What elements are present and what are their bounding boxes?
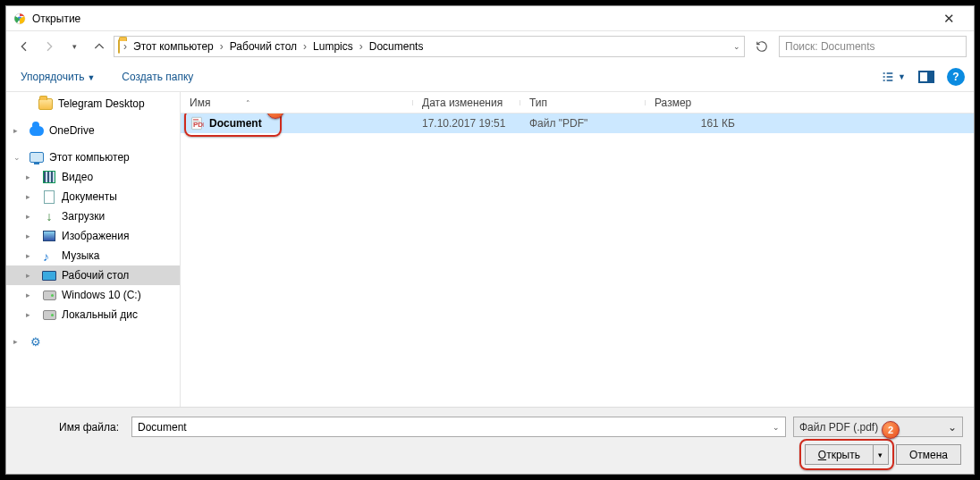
tree-item-onedrive[interactable]: ▸OneDrive — [6, 121, 180, 140]
open-button-group: Открыть ▾ 2 — [805, 444, 889, 465]
chrome-icon — [13, 13, 26, 25]
chevron-right-icon: › — [218, 40, 225, 53]
column-date[interactable]: Дата изменения — [413, 97, 520, 109]
file-type: Файл "PDF" — [520, 117, 646, 130]
search-placeholder: Поиск: Documents — [785, 40, 875, 53]
forward-button[interactable] — [38, 36, 60, 57]
pdf-file-icon: PDF — [190, 116, 204, 131]
new-folder-button[interactable]: Создать папку — [116, 67, 199, 87]
dialog-body: Telegram Desktop ▸OneDrive ⌄Этот компьют… — [6, 92, 974, 407]
svg-text:PDF: PDF — [193, 121, 204, 129]
recent-dropdown[interactable]: ▾ — [63, 36, 85, 57]
filetype-filter[interactable]: Файл PDF (.pdf) ⌄ — [793, 417, 963, 437]
open-file-dialog: { "titlebar": { "title": "Открытие" }, "… — [5, 5, 975, 475]
column-size[interactable]: Размер — [646, 97, 744, 109]
open-button-dropdown[interactable]: ▾ — [873, 444, 889, 465]
breadcrumb-bar[interactable]: › Этот компьютер › Рабочий стол › Lumpic… — [114, 36, 745, 57]
filter-dropdown-icon: ⌄ — [948, 421, 957, 434]
title-bar: Открытие ✕ — [6, 6, 974, 31]
tree-item-pictures[interactable]: ▸Изображения — [6, 226, 180, 246]
crumb-lumpics[interactable]: Lumpics — [310, 40, 356, 53]
chevron-right-icon: › — [358, 40, 365, 53]
sort-indicator-icon: ˄ — [246, 99, 250, 108]
tree-item-this-pc[interactable]: ⌄Этот компьютер — [6, 147, 180, 167]
tree-item-video[interactable]: ▸Видео — [6, 167, 180, 187]
chevron-right-icon: › — [122, 40, 129, 53]
cancel-button[interactable]: Отмена — [896, 444, 961, 465]
file-name: Document — [209, 117, 262, 130]
tree-item-downloads[interactable]: ▸Загрузки — [6, 206, 180, 226]
close-button[interactable]: ✕ — [931, 11, 967, 27]
tree-item-desktop[interactable]: ▸Рабочий стол — [6, 265, 180, 285]
view-options-button[interactable]: ▼ — [875, 66, 911, 88]
file-list[interactable]: PDF Document 17.10.2017 19:51 Файл "PDF"… — [181, 114, 974, 407]
filter-label: Файл PDF (.pdf) — [799, 421, 878, 434]
dialog-title: Открытие — [32, 13, 931, 25]
address-dropdown[interactable]: ⌄ — [733, 42, 740, 51]
crumb-documents[interactable]: Documents — [367, 40, 427, 53]
callout-badge-2: 2 — [882, 421, 900, 439]
filename-dropdown-icon[interactable]: ⌄ — [773, 423, 780, 432]
file-row-document[interactable]: PDF Document 17.10.2017 19:51 Файл "PDF"… — [181, 114, 974, 133]
up-button[interactable] — [89, 36, 110, 57]
tree-item-network[interactable]: ▸ — [6, 332, 180, 351]
tree-item-documents[interactable]: ▸Документы — [6, 187, 180, 206]
crumb-desktop[interactable]: Рабочий стол — [227, 40, 300, 53]
tree-item-music[interactable]: ▸Музыка — [6, 246, 180, 265]
organize-menu[interactable]: Упорядочить▼ — [15, 67, 100, 87]
search-input[interactable]: Поиск: Documents — [779, 36, 967, 57]
folder-icon — [118, 40, 120, 53]
tree-item-telegram[interactable]: Telegram Desktop — [6, 94, 180, 114]
filename-value: Document — [138, 421, 187, 434]
toolbar: Упорядочить▼ Создать папку ▼ ? — [6, 62, 974, 92]
filename-label: Имя файла: — [17, 421, 124, 434]
crumb-this-pc[interactable]: Этот компьютер — [131, 40, 216, 53]
file-list-panel: Имя˄ Дата изменения Тип Размер PDF Docum… — [181, 92, 974, 407]
help-button[interactable]: ? — [947, 68, 965, 86]
address-bar-row: ▾ › Этот компьютер › Рабочий стол › Lump… — [6, 31, 974, 62]
chevron-right-icon: › — [301, 40, 308, 53]
column-type[interactable]: Тип — [520, 97, 646, 109]
preview-pane-toggle[interactable] — [918, 71, 934, 83]
refresh-button[interactable] — [752, 37, 772, 56]
file-date: 17.10.2017 19:51 — [413, 117, 520, 130]
open-button[interactable]: Открыть — [805, 444, 873, 465]
navigation-tree: Telegram Desktop ▸OneDrive ⌄Этот компьют… — [6, 92, 181, 407]
tree-item-drive-c[interactable]: ▸Windows 10 (C:) — [6, 285, 180, 305]
filename-input[interactable]: Document ⌄ — [131, 417, 786, 437]
file-size: 161 КБ — [646, 117, 744, 130]
svg-rect-3 — [193, 119, 199, 120]
dialog-footer: Имя файла: Document ⌄ Файл PDF (.pdf) ⌄ … — [6, 407, 974, 474]
column-name[interactable]: Имя˄ — [181, 97, 413, 109]
column-headers: Имя˄ Дата изменения Тип Размер — [181, 92, 974, 114]
back-button[interactable] — [13, 36, 35, 57]
tree-item-drive-local[interactable]: ▸Локальный дис — [6, 305, 180, 324]
